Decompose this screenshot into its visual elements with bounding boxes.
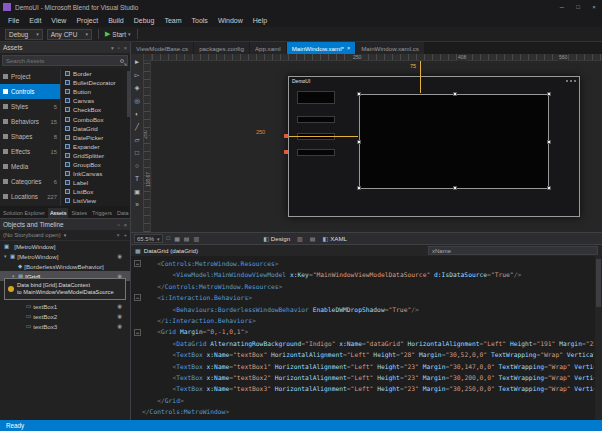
doc-tab-mainwindow-xaml[interactable]: MainWindow.xaml*× (287, 42, 356, 54)
show-grid-icon[interactable]: ▦ (174, 235, 180, 242)
menu-view[interactable]: View (46, 14, 71, 27)
assets-category-categories[interactable]: Categories6 (0, 174, 60, 189)
view-tab-design[interactable]: ◧Design (263, 235, 290, 242)
fit-selection-icon[interactable]: □ (167, 235, 171, 242)
pin-icon[interactable]: ▫ (118, 222, 120, 228)
assets-category-styles[interactable]: Styles5 (0, 99, 60, 114)
menu-file[interactable]: File (3, 14, 24, 27)
menu-build[interactable]: Build (103, 14, 129, 27)
code-line[interactable]: − <Grid Margin="0,-1,0,1"> (133, 326, 594, 337)
minimize-button[interactable]: ─ (554, 0, 570, 14)
menu-project[interactable]: Project (71, 14, 103, 27)
textbox-preview[interactable] (297, 149, 335, 156)
assets-category-effects[interactable]: Effects15 (0, 144, 60, 159)
eyedropper-tool[interactable]: ◐ (132, 108, 143, 120)
close-storyboard-icon[interactable]: × (117, 232, 120, 238)
menu-tools[interactable]: Tools (187, 14, 213, 27)
doc-tab-mainwindow-xaml-cs[interactable]: MainWindow.xaml.cs (356, 42, 424, 54)
zoom-dropdown[interactable]: 65.5% ▾ (134, 234, 163, 243)
platform-dropdown[interactable]: Any CPU ▾ (47, 29, 92, 40)
close-icon[interactable]: × (124, 222, 127, 228)
start-debug-button[interactable]: ▶ Start ▾ (105, 30, 131, 38)
textbox-preview[interactable] (297, 116, 335, 123)
assets-control-datepicker[interactable]: DatePicker (61, 133, 130, 142)
assets-control-border[interactable]: Border (61, 69, 130, 78)
code-line[interactable]: <ViewModel:MainWindowViewModel x:Key="Ma… (133, 269, 594, 280)
code-line[interactable]: <TextBox x:Name="textBox1" HorizontalAli… (133, 361, 594, 372)
menu-debug[interactable]: Debug (129, 14, 160, 27)
eye-icon[interactable]: ◉ (117, 253, 122, 259)
ellipse-tool[interactable]: ○ (132, 160, 143, 172)
close-icon[interactable]: × (124, 45, 127, 51)
new-storyboard-icon[interactable]: + (124, 232, 127, 238)
code-line[interactable]: <TextBox x:Name="textBox3" HorizontalAli… (133, 383, 594, 394)
doc-tab-packages-config[interactable]: packages.config (194, 42, 249, 54)
code-line[interactable]: <TextBox x:Name="textBox2" HorizontalAli… (133, 372, 594, 383)
xaml-editor[interactable]: − <Controls:MetroWindow.Resources> <View… (131, 256, 602, 420)
fold-collapse-icon[interactable]: − (133, 326, 142, 337)
fold-collapse-icon[interactable]: − (133, 292, 142, 303)
maximize-button[interactable]: □ (570, 0, 586, 14)
debug-config-dropdown[interactable]: Debug ▾ (5, 29, 43, 40)
code-line[interactable]: </Grid> (133, 395, 594, 406)
assets-control-bulletdecorator[interactable]: BulletDecorator (61, 78, 130, 87)
menu-window[interactable]: Window (213, 14, 248, 27)
breadcrumb-element[interactable]: DataGrid (dataGrid) (144, 247, 198, 254)
panel-tab-states[interactable]: States (69, 208, 89, 218)
chevron-down-icon[interactable]: ▾ (64, 232, 67, 238)
code-line[interactable]: <Behaviours:BorderlessWindowBehavior Ena… (133, 304, 594, 315)
close-button[interactable]: × (586, 0, 602, 14)
tree-item-textbox3[interactable]: ▭textBox3◉ (0, 321, 130, 331)
assets-control-label[interactable]: Label (61, 178, 130, 187)
assets-category-shapes[interactable]: Shapes8 (0, 129, 60, 144)
pin-icon[interactable]: ▫ (118, 45, 120, 51)
code-line[interactable]: </Controls:MetroWindow.Resources> (133, 281, 594, 292)
search-input[interactable] (6, 58, 120, 64)
code-line[interactable]: − <i:Interaction.Behaviors> (133, 292, 594, 303)
pencil-tool[interactable]: ▱ (132, 134, 143, 146)
textbox-preview[interactable] (297, 91, 335, 104)
fold-collapse-icon[interactable]: − (133, 258, 142, 269)
panel-tab-data[interactable]: Data (115, 208, 131, 218)
code-line[interactable]: </i:Interaction.Behaviors> (133, 315, 594, 326)
chevron-down-icon[interactable]: ▾ (111, 45, 114, 51)
doc-tab-app-xaml[interactable]: App.xaml (250, 42, 286, 54)
name-search-box[interactable]: xName (428, 246, 598, 255)
tree-item-textbox1[interactable]: ▭textBox1◉ (0, 301, 130, 311)
eye-icon[interactable]: ◉ (117, 323, 122, 329)
assets-control-expander[interactable]: Expander (61, 142, 130, 151)
text-tool[interactable]: T (132, 173, 143, 185)
close-icon[interactable]: × (347, 45, 350, 51)
scrollbar-thumb[interactable] (596, 259, 601, 307)
pan-tool[interactable]: ◈ (132, 82, 143, 94)
resize-handle[interactable] (357, 140, 361, 144)
code-line[interactable]: </Controls:MetroWindow> (133, 406, 594, 417)
panel-tab-assets[interactable]: Assets (48, 208, 69, 218)
scope-row[interactable]: ▣ [MetroWindow] (0, 241, 130, 251)
resize-handle[interactable] (357, 92, 361, 96)
panel-tab-solution-explorer[interactable]: Solution Explorer (1, 208, 47, 218)
panel-tab-triggers[interactable]: Triggers (90, 208, 114, 218)
assets-control-gridsplitter[interactable]: GridSplitter (61, 151, 130, 160)
menu-help[interactable]: Help (248, 14, 272, 27)
assets-control-canvas[interactable]: Canvas (61, 96, 130, 105)
assets-control-groupbox[interactable]: GroupBox (61, 160, 130, 169)
menu-team[interactable]: Team (159, 14, 186, 27)
storyboard-picker[interactable]: (No Storyboard open) ▾ × + (0, 230, 130, 241)
direct-selection-tool[interactable]: ▻ (132, 69, 143, 81)
snap-to-grid-icon[interactable]: ▤ (184, 235, 190, 242)
assets-control-listbox[interactable]: ListBox (61, 187, 130, 196)
assets-control-inkcanvas[interactable]: InkCanvas (61, 169, 130, 178)
tree-item-borderlesswindowbehavior[interactable]: ◆[BorderlessWindowBehavior] (0, 261, 130, 271)
assets-category-project[interactable]: Project (0, 69, 60, 84)
resize-handle[interactable] (547, 186, 551, 190)
selection-tool[interactable]: ► (132, 56, 143, 68)
code-line[interactable]: − <Controls:MetroWindow.Resources> (133, 258, 594, 269)
anchor-marker[interactable] (284, 150, 288, 154)
assets-category-behaviors[interactable]: Behaviors15 (0, 114, 60, 129)
resize-handle[interactable] (357, 186, 361, 190)
view-tab-xaml[interactable]: ◧XAML (322, 235, 347, 242)
tree-item-metrowindow[interactable]: ▾▣[MetroWindow]◉ (0, 251, 130, 261)
datagrid-preview-selected[interactable] (359, 94, 549, 189)
code-line[interactable]: <DataGrid AlternatingRowBackground="Indi… (133, 338, 594, 349)
